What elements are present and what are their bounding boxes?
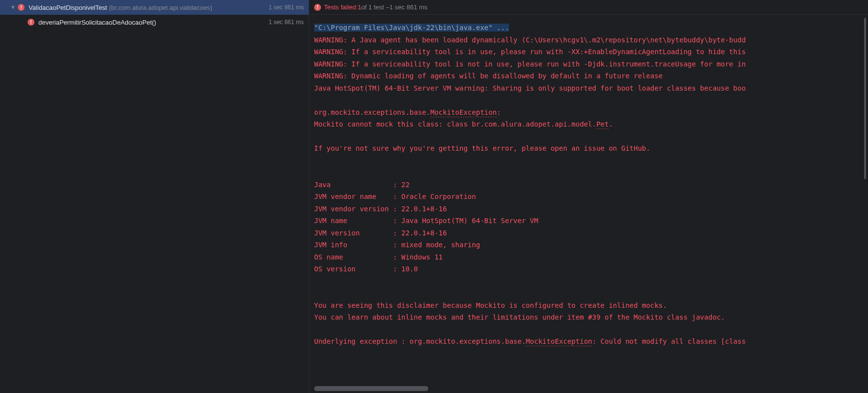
status-mid: of 1 test –	[361, 3, 389, 11]
console-line: JVM info : mixed mode, sharing	[314, 241, 480, 249]
exception-class[interactable]: MockitoException	[430, 108, 497, 117]
console-line: Java HotSpot(TM) 64-Bit Server VM warnin…	[314, 84, 746, 92]
command-line: "C:\Program Files\Java\jdk-22\bin\java.e…	[314, 24, 509, 32]
test-method-row[interactable]: deveriaPermitirSolicitacaoDeAdocaoPet() …	[0, 15, 309, 30]
error-icon	[18, 4, 25, 11]
console-line: Mockito cannot mock this class: class br…	[314, 120, 596, 128]
vertical-scrollbar[interactable]	[864, 18, 866, 179]
test-class-row[interactable]: ▶ ValidacaoPetDisponivelTest (br.com.alu…	[0, 0, 309, 15]
error-icon	[28, 19, 34, 26]
status-failed-count: 1	[358, 3, 361, 11]
console-output-wrap: "C:\Program Files\Java\jdk-22\bin\java.e…	[309, 15, 868, 393]
console-line: Java : 22	[314, 181, 410, 189]
console-line: JVM vendor version : 22.0.1+8-16	[314, 205, 447, 213]
console-line: WARNING: Dynamic loading of agents will …	[314, 72, 663, 80]
console-line: JVM name : Java HotSpot(TM) 64-Bit Serve…	[314, 217, 538, 225]
console-text: : Could not modify all classes [class	[592, 337, 746, 345]
console-line: You are seeing this disclaimer because M…	[314, 301, 667, 309]
console-text: .	[609, 120, 612, 128]
console-line: Underlying exception : org.mockito.excep…	[314, 337, 526, 345]
console-line: WARNING: If a serviceability tool is not…	[314, 60, 746, 68]
test-class-duration: 1 sec 861 ms	[269, 4, 304, 11]
console-line: JVM vendor name : Oracle Corporation	[314, 193, 476, 200]
console-line: If you're not sure why you're getting th…	[314, 144, 650, 152]
console-output[interactable]: "C:\Program Files\Java\jdk-22\bin\java.e…	[309, 15, 868, 393]
test-run-panel: ▶ ValidacaoPetDisponivelTest (br.com.alu…	[0, 0, 868, 393]
exception-class[interactable]: MockitoException	[526, 337, 592, 346]
chevron-down-icon[interactable]: ▶	[11, 4, 16, 11]
model-class[interactable]: Pet	[596, 120, 609, 129]
test-output-panel: Tests failed: 1 of 1 test – 1 sec 861 ms…	[309, 0, 868, 393]
test-class-package: (br.com.alura.adopet.api.validacoes)	[109, 4, 212, 11]
console-line: JVM version : 22.0.1+8-16	[314, 229, 447, 237]
test-method-name: deveriaPermitirSolicitacaoDeAdocaoPet()	[38, 19, 156, 26]
error-icon	[314, 4, 321, 11]
console-line: WARNING: A Java agent has been loaded dy…	[314, 36, 746, 44]
test-class-name: ValidacaoPetDisponivelTest	[29, 4, 107, 11]
test-status-bar: Tests failed: 1 of 1 test – 1 sec 861 ms	[309, 0, 868, 15]
test-tree[interactable]: ▶ ValidacaoPetDisponivelTest (br.com.alu…	[0, 0, 309, 393]
console-line: org.mockito.exceptions.base.	[314, 108, 430, 116]
console-line: OS name : Windows 11	[314, 253, 443, 261]
console-line: You can learn about inline mocks and the…	[314, 313, 725, 321]
console-line: OS version : 10.0	[314, 265, 418, 273]
horizontal-scrollbar[interactable]	[314, 386, 428, 391]
test-method-duration: 1 sec 861 ms	[269, 19, 304, 26]
status-time: 1 sec 861 ms	[389, 3, 427, 11]
status-prefix: Tests failed:	[324, 3, 358, 11]
console-text: :	[497, 108, 505, 116]
console-line: WARNING: If a serviceability tool is in …	[314, 48, 746, 56]
